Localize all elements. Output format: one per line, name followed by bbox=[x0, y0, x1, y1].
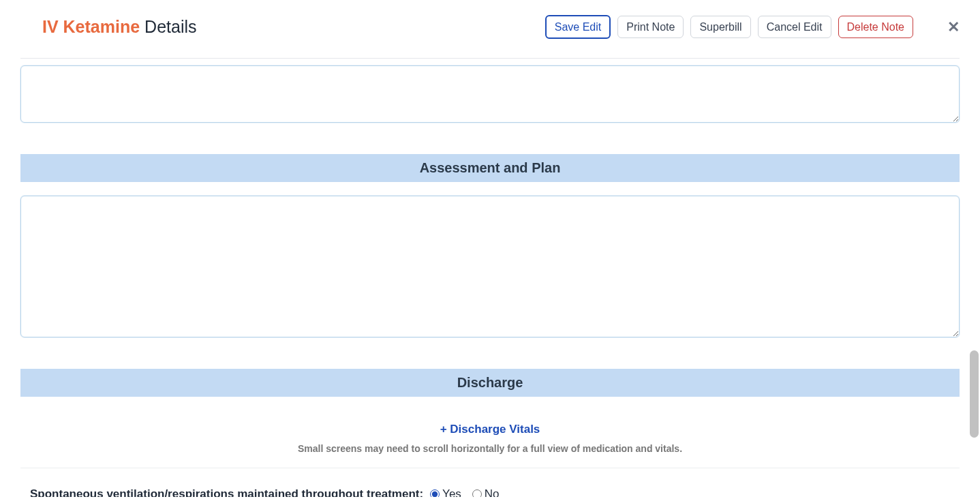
delete-note-button[interactable]: Delete Note bbox=[838, 16, 914, 38]
discharge-divider bbox=[20, 468, 960, 468]
ventilation-question-row: Spontaneous ventilation/respirations mai… bbox=[20, 487, 960, 497]
assessment-plan-textarea[interactable] bbox=[20, 196, 960, 337]
section-header-discharge: Discharge bbox=[20, 369, 960, 397]
save-edit-button[interactable]: Save Edit bbox=[545, 15, 611, 39]
top-textarea[interactable] bbox=[20, 65, 960, 123]
ventilation-yes-label: Yes bbox=[442, 487, 461, 497]
header-actions: Save Edit Print Note Superbill Cancel Ed… bbox=[545, 15, 960, 39]
ventilation-yes-radio[interactable] bbox=[430, 489, 440, 497]
ventilation-yes-option[interactable]: Yes bbox=[430, 487, 461, 497]
ventilation-no-radio[interactable] bbox=[472, 489, 482, 497]
content-area[interactable]: Assessment and Plan Discharge + Discharg… bbox=[0, 46, 980, 497]
add-discharge-vitals-link[interactable]: + Discharge Vitals bbox=[440, 423, 540, 436]
cancel-edit-button[interactable]: Cancel Edit bbox=[758, 16, 831, 38]
print-note-button[interactable]: Print Note bbox=[617, 16, 684, 38]
ventilation-question-label: Spontaneous ventilation/respirations mai… bbox=[30, 487, 423, 497]
superbill-button[interactable]: Superbill bbox=[690, 16, 750, 38]
page-sub-title: Details bbox=[144, 17, 196, 37]
section-header-assessment-plan: Assessment and Plan bbox=[20, 154, 960, 182]
ventilation-no-label: No bbox=[485, 487, 500, 497]
discharge-vitals-row: + Discharge Vitals bbox=[20, 423, 960, 436]
ventilation-radio-group: Yes No bbox=[430, 487, 499, 497]
page-header: IV Ketamine Details Save Edit Print Note… bbox=[0, 0, 980, 46]
close-icon[interactable]: ✕ bbox=[947, 20, 960, 35]
small-screen-note: Small screens may need to scroll horizon… bbox=[20, 443, 960, 454]
vertical-scrollbar-thumb[interactable] bbox=[970, 350, 979, 438]
title-group: IV Ketamine Details bbox=[42, 17, 197, 37]
ventilation-no-option[interactable]: No bbox=[472, 487, 500, 497]
header-divider bbox=[20, 58, 960, 59]
page-main-title: IV Ketamine bbox=[42, 17, 140, 37]
